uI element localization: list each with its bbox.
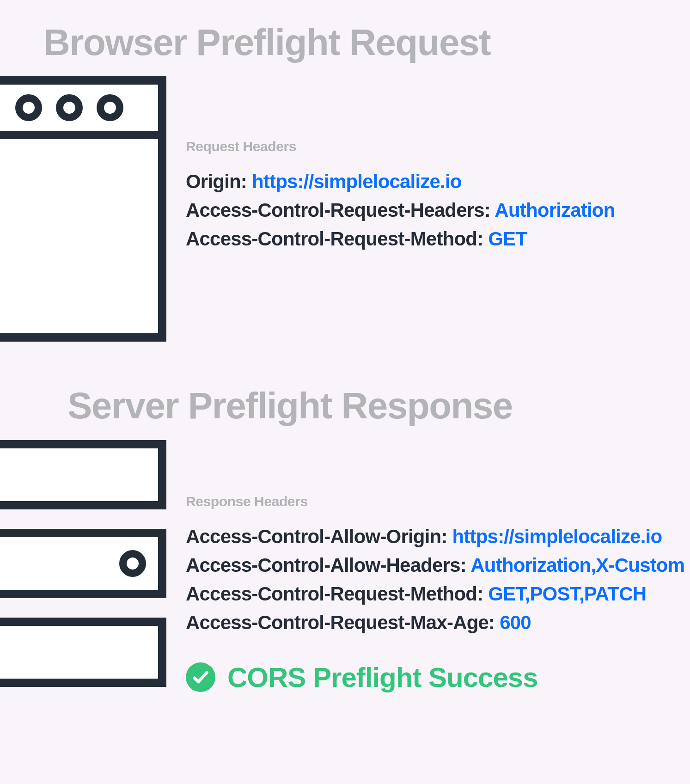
- header-value: Authorization,X-Custom: [470, 554, 684, 576]
- browser-viewport: [0, 139, 158, 333]
- check-circle-icon: [186, 662, 215, 692]
- header-value: https://simplelocalize.io: [252, 171, 462, 192]
- header-key: Access-Control-Request-Max-Age:: [186, 612, 495, 633]
- header-row: Access-Control-Request-Max-Age: 600: [186, 608, 684, 637]
- request-subheading: Request Headers: [186, 139, 615, 154]
- response-heading: Server Preflight Response: [67, 385, 513, 427]
- window-control-dot: [97, 94, 123, 121]
- header-key: Access-Control-Allow-Origin:: [186, 526, 447, 547]
- header-key: Access-Control-Allow-Headers:: [186, 554, 466, 576]
- header-value: GET: [488, 228, 527, 250]
- header-key: Access-Control-Request-Method:: [186, 228, 483, 250]
- cors-success-label: CORS Preflight Success: [227, 662, 538, 693]
- header-row: Access-Control-Request-Method: GET,POST,…: [186, 580, 684, 608]
- server-slot: [0, 529, 166, 598]
- header-row: Access-Control-Allow-Origin: https://sim…: [186, 522, 684, 551]
- server-led-icon: [119, 550, 146, 577]
- header-value: https://simplelocalize.io: [452, 526, 662, 547]
- server-slot: [0, 440, 166, 509]
- header-value: Authorization: [495, 199, 615, 221]
- response-subheading: Response Headers: [186, 494, 684, 509]
- header-row: Origin: https://simplelocalize.io: [186, 167, 615, 196]
- header-row: Access-Control-Allow-Headers: Authorizat…: [186, 551, 684, 580]
- header-key: Origin:: [186, 171, 247, 192]
- header-row: Access-Control-Request-Headers: Authoriz…: [186, 196, 615, 225]
- server-slot: [0, 618, 166, 687]
- server-rack-icon: [0, 440, 166, 687]
- cors-success-row: CORS Preflight Success: [186, 662, 684, 693]
- request-heading: Browser Preflight Request: [43, 21, 490, 64]
- browser-window-icon: [0, 76, 166, 342]
- window-control-dot: [56, 94, 83, 121]
- header-key: Access-Control-Request-Method:: [186, 583, 483, 605]
- header-value: 600: [500, 612, 531, 633]
- browser-titlebar: [0, 85, 158, 139]
- header-value: GET,POST,PATCH: [488, 583, 646, 605]
- header-row: Access-Control-Request-Method: GET: [186, 225, 615, 253]
- header-key: Access-Control-Request-Headers:: [186, 199, 490, 221]
- window-control-dot: [15, 94, 42, 121]
